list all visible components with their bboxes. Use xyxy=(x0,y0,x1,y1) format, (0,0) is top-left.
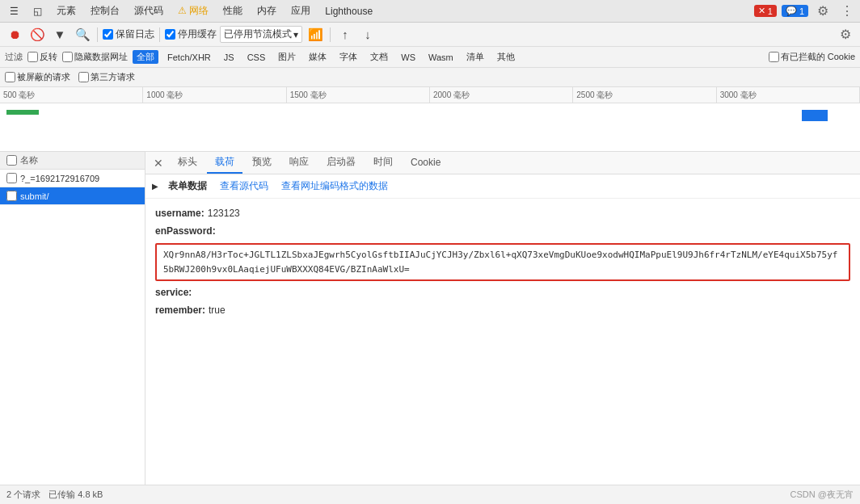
download-button[interactable]: ↓ xyxy=(358,25,377,44)
menu-sources[interactable]: 源代码 xyxy=(128,1,170,21)
enPassword-value: XQr9nnA8/H3rToc+JGLTL1ZLSbxaJEgwrh5CyolG… xyxy=(155,243,850,281)
panel-icon[interactable]: ◱ xyxy=(27,2,48,20)
select-all-checkbox[interactable] xyxy=(6,155,17,166)
watermark: CSDN @夜无宵 xyxy=(790,489,854,501)
separator-2 xyxy=(159,27,160,42)
remember-key: remember: xyxy=(155,302,205,320)
filter-type-font[interactable]: 字体 xyxy=(335,50,361,64)
service-key: service: xyxy=(155,284,192,302)
cookie-intercepted-checkbox[interactable]: 有已拦截的 Cookie xyxy=(769,51,855,63)
menu-memory[interactable]: 内存 xyxy=(251,1,283,21)
timeline-bar-request1 xyxy=(6,110,39,115)
detail-close-button[interactable]: ✕ xyxy=(149,153,168,173)
more-options-button[interactable]: ⋮ xyxy=(837,2,857,21)
chat-badge[interactable]: 💬 1 xyxy=(782,5,808,17)
request-list: 名称 ?_=1692172916709 submit/ xyxy=(0,152,145,485)
subtab-arrow: ▶ xyxy=(152,182,158,191)
subtab-view-source[interactable]: 查看源代码 xyxy=(217,178,272,195)
menu-lighthouse[interactable]: Lighthouse xyxy=(318,2,379,20)
record-button[interactable]: ⏺ xyxy=(5,25,24,44)
third-party-checkbox[interactable]: 第三方请求 xyxy=(78,71,135,83)
search-button[interactable]: 🔍 xyxy=(73,25,92,44)
separator-3 xyxy=(330,27,331,42)
chat-icon: 💬 xyxy=(786,6,797,16)
requests-count: 2 个请求 xyxy=(6,489,40,501)
tick-500: 500 毫秒 xyxy=(0,87,143,103)
status-bar: 2 个请求 已传输 4.8 kB CSDN @夜无宵 xyxy=(0,485,860,504)
filter-type-ws[interactable]: WS xyxy=(397,52,419,63)
form-row-enPassword: enPassword: XQr9nnA8/H3rToc+JGLTL1ZLSbxa… xyxy=(155,223,850,285)
tab-payload[interactable]: 载荷 xyxy=(207,152,242,174)
main-area: 名称 ?_=1692172916709 submit/ ✕ 标头 载荷 预览 响… xyxy=(0,152,860,485)
form-row-username: username: 123123 xyxy=(155,205,850,223)
tick-1500: 1500 毫秒 xyxy=(287,87,430,103)
tab-timing[interactable]: 时间 xyxy=(365,152,401,174)
timeline-content xyxy=(0,103,860,152)
transferred-label: 已传输 4.8 kB xyxy=(48,489,103,501)
username-key: username: xyxy=(155,205,204,223)
tick-3000: 3000 毫秒 xyxy=(717,87,860,103)
form-row-remember: remember: true xyxy=(155,302,850,320)
error-icon: ✕ xyxy=(758,6,765,16)
timeline[interactable]: 500 毫秒 1000 毫秒 1500 毫秒 2000 毫秒 2500 毫秒 3… xyxy=(0,87,860,152)
request-list-header: 名称 xyxy=(0,152,145,170)
settings-button[interactable]: ⚙ xyxy=(813,2,833,21)
filter-type-other[interactable]: 其他 xyxy=(493,50,519,64)
toolbar-settings-button[interactable]: ⚙ xyxy=(836,25,855,44)
request-filter-bar: 被屏蔽的请求 第三方请求 xyxy=(0,68,860,87)
tab-initiator[interactable]: 启动器 xyxy=(318,152,364,174)
filter-type-js[interactable]: JS xyxy=(220,52,238,63)
list-item-req2[interactable]: submit/ xyxy=(0,187,145,205)
filter-type-doc[interactable]: 文档 xyxy=(366,50,392,64)
throttle-dropdown[interactable]: 已停用节流模式 ▾ xyxy=(220,26,302,43)
filter-type-media[interactable]: 媒体 xyxy=(305,50,331,64)
detail-tabs: ✕ 标头 载荷 预览 响应 启动器 时间 Cookie xyxy=(145,152,860,174)
tick-2000: 2000 毫秒 xyxy=(430,87,573,103)
error-badge[interactable]: ✕ 1 xyxy=(754,5,777,17)
filter-button[interactable]: ▼ xyxy=(50,25,70,44)
preserve-log-checkbox[interactable]: 保留日志 xyxy=(103,27,154,41)
menu-performance[interactable]: 性能 xyxy=(217,1,249,21)
list-item-req1[interactable]: ?_=1692172916709 xyxy=(0,170,145,187)
timeline-ruler: 500 毫秒 1000 毫秒 1500 毫秒 2000 毫秒 2500 毫秒 3… xyxy=(0,87,860,103)
menu-network[interactable]: ⚠ network 网络 xyxy=(171,1,215,21)
filter-type-css[interactable]: CSS xyxy=(243,52,270,63)
hamburger-icon[interactable]: ☰ xyxy=(3,2,25,20)
menu-elements[interactable]: 元素 xyxy=(50,1,82,21)
menu-application[interactable]: 应用 xyxy=(285,1,317,21)
disable-cache-checkbox[interactable]: 停用缓存 xyxy=(165,27,217,41)
menu-console[interactable]: 控制台 xyxy=(84,1,126,21)
tab-preview[interactable]: 预览 xyxy=(244,152,280,174)
req1-checkbox[interactable] xyxy=(6,173,17,183)
warning-icon: ⚠ xyxy=(178,5,187,16)
subtab-url-encoded[interactable]: 查看网址编码格式的数据 xyxy=(278,178,391,195)
chevron-down-icon: ▾ xyxy=(293,29,298,40)
tab-response[interactable]: 响应 xyxy=(281,152,317,174)
req1-name: ?_=1692172916709 xyxy=(20,174,99,183)
tab-headers[interactable]: 标头 xyxy=(170,152,205,174)
upload-button[interactable]: ↑ xyxy=(335,25,355,44)
req2-name: submit/ xyxy=(20,191,48,201)
tick-1000: 1000 毫秒 xyxy=(143,87,286,103)
filter-type-all[interactable]: 全部 xyxy=(133,50,158,64)
invert-checkbox[interactable]: 反转 xyxy=(27,51,57,63)
detail-panel: ✕ 标头 载荷 预览 响应 启动器 时间 Cookie ▶ 表单数据 查看源代码… xyxy=(145,152,860,485)
subtab-form-data[interactable]: 表单数据 xyxy=(165,178,210,195)
tab-cookie[interactable]: Cookie xyxy=(403,153,449,173)
filter-type-fetch-xhr[interactable]: Fetch/XHR xyxy=(163,52,215,63)
timeline-bar-request2 xyxy=(802,110,828,121)
tick-2500: 2500 毫秒 xyxy=(573,87,716,103)
filter-type-wasm[interactable]: Wasm xyxy=(424,52,457,63)
hidden-url-checkbox[interactable]: 隐藏数据网址 xyxy=(62,51,128,63)
req2-checkbox[interactable] xyxy=(6,191,17,201)
filter-label: 过滤 xyxy=(5,51,23,63)
enPassword-key: enPassword: xyxy=(155,223,216,241)
clear-button[interactable]: 🚫 xyxy=(27,25,47,44)
menu-bar: ☰ ◱ 元素 控制台 源代码 ⚠ network 网络 性能 内存 应用 Lig… xyxy=(0,0,860,23)
filter-type-manifest[interactable]: 清单 xyxy=(462,50,488,64)
wifi-icon[interactable]: 📶 xyxy=(306,25,325,44)
filter-type-img[interactable]: 图片 xyxy=(274,50,300,64)
form-row-service: service: xyxy=(155,284,850,302)
sub-tabs: ▶ 表单数据 查看源代码 查看网址编码格式的数据 xyxy=(145,174,860,199)
blocked-requests-checkbox[interactable]: 被屏蔽的请求 xyxy=(5,71,70,83)
